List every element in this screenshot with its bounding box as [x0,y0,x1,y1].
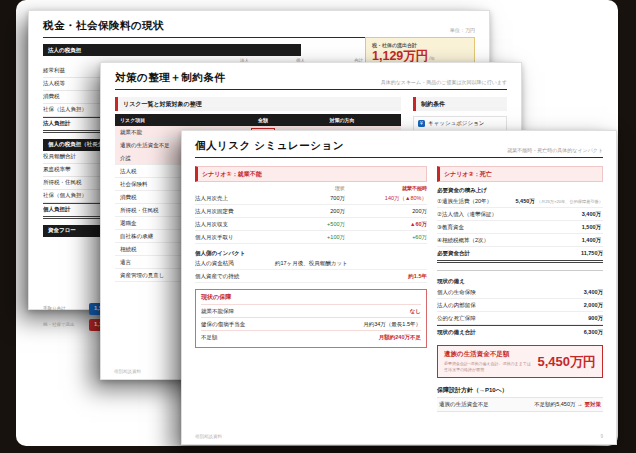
current-coverage-box: 現状の保障 就業不能保障 なし 健保の傷病手当金 月約34万（最長1.5年） [195,289,427,348]
outflow-box-title: 税・社保の流出合計 [372,42,468,48]
page-title: 税金・社会保険料の現状 [43,19,164,33]
page-title: 個人リスク シミュレーション [195,139,344,153]
shortfall-label: 遺族の生活資金不足額 [444,350,532,359]
coverage-title: 現状の保障 [201,293,421,304]
scenario1-table: 法人月次売上 700万 140万（▲80%） 法人月次固定費 200万 200万… [195,192,427,244]
page-number: 9 [600,434,603,439]
sim-row: 個人月次手取り +100万 +60万 [195,231,427,244]
title-rule [195,157,603,158]
current-preparation-total: 現状の備え合計 6,300万 [437,325,603,339]
current-preparation-table: 個人の生命保険 3,400万 法人の内部留保 2,000万 公的な死亡保障 [437,286,603,325]
footer-caption: 個別相談資料 [195,434,222,439]
scenario2-header: シナリオ②：死亡 [437,166,603,182]
cash-position-icon: ¥ [418,120,425,127]
shortfall-value: 5,450万円 [537,353,596,371]
constraint-label: キャッシュポジション [428,120,484,127]
scenario-death-panel: シナリオ②：死亡 必要資金の積み上げ ①遺族生活費（20年） 5,450万 （月… [437,166,603,412]
unit-note: 単位：万円 [450,27,475,33]
proposal-note: 具体的なスキーム・商品のご提案は次回以降に行います [381,79,507,85]
shortfall-note: 必要資金合計−現状の備え合計。現状のままでは生活水準の維持が困難 [444,361,532,373]
col-amount: 金額 [238,117,288,123]
slide-personal-risk-simulation: 個人リスク シミュレーション 就業不能時・死亡時の具体的なインパクト シナリオ①… [181,130,617,445]
policy-row: 遺族の生活資金不足 不足額約5,450万 →要対策 [437,397,603,412]
required-funds-total: 必要資金合計 11,750万 [437,247,603,263]
title-rule [115,89,507,90]
fund-row: ④相続税概算（2次） 1,400万 [437,234,603,247]
risk-section-bar: リスク一覧と対策対象の整理 [115,97,401,111]
preparation-row: 個人の生命保険 3,400万 [437,286,603,299]
required-funds-table: ①遺族生活費（20年） 5,450万 （月25万×20年、公的保障差引後） ②法… [437,195,603,247]
fund-row: ③教育資金 1,500万 [437,221,603,234]
constraints-section-bar: 制約条件 [413,97,507,111]
outflow-box-value: 1,129万円/年 [372,50,468,63]
survivor-shortfall-box: 遺族の生活資金不足額 必要資金合計−現状の備え合計。現状のままでは生活水準の維持… [437,345,603,378]
section-bar-corporate-tax: 法人の税負担 [43,44,301,56]
impact-row: 法人の資金枯渇 約17ヶ月後、役員報酬カット [195,257,427,270]
scenario-disability-panel: シナリオ①：就業不能 現状 就業不能時 法人月次売上 700万 140万（▲80… [195,166,427,412]
constraint-item: ¥ キャッシュポジション [413,116,507,131]
impact-table: 法人の資金枯渇 約17ヶ月後、役員報酬カット 個人資産での持続 約1.5年 [195,257,427,283]
col-risk-item: リスク項目 [120,117,238,123]
current-preparation-title: 現状の備え [437,278,603,285]
impact-section-title: 個人側のインパクト [195,250,427,257]
sim-row: 法人月次収支 +500万 ▲60万 [195,218,427,231]
sim-row: 法人月次固定費 200万 200万 [195,205,427,218]
fund-row: ①遺族生活費（20年） 5,450万 （月25万×20年、公的保障差引後） [437,195,603,208]
risk-table-header: リスク項目 金額 対策の方向 [115,114,401,126]
outflow-box-suffix: /年 [429,56,435,61]
policy-title: 保障設計方針（→P10へ） [437,386,603,395]
sim-row: 法人月次売上 700万 140万（▲80%） [195,192,427,205]
current-preparation-section: 現状の備え 個人の生命保険 3,400万 法人の内部留保 2,000万 [437,270,603,339]
coverage-row: 不足額 月額約240万不足 [201,330,421,343]
coverage-row: 就業不能保障 なし [201,304,421,317]
col-disabled: 就業不能時 [345,185,427,191]
preparation-row: 公的な死亡保障 900万 [437,312,603,325]
scenario1-header: シナリオ①：就業不能 [195,166,427,182]
col-current: 現状 [291,185,345,191]
coverage-table: 就業不能保障 なし 健保の傷病手当金 月約34万（最長1.5年） 不足額 月額約… [201,304,421,343]
fund-row: ②法人借入（連帯保証） 3,400万 [437,208,603,221]
col-direction: 対策の方向 [288,117,396,123]
buildup-title: 必要資金の積み上げ [437,187,603,194]
impact-note: 就業不能時・死亡時の具体的なインパクト [507,147,603,153]
coverage-row: 健保の傷病手当金 月約34万（最長1.5年） [201,317,421,330]
impact-row: 個人資産での持続 約1.5年 [195,270,427,283]
page-title: 対策の整理＋制約条件 [115,71,225,85]
preparation-row: 法人の内部留保 2,000万 [437,299,603,312]
scenario1-col-headers: 現状 就業不能時 [195,182,427,192]
footer-caption: 個別相談資料 [114,369,141,374]
